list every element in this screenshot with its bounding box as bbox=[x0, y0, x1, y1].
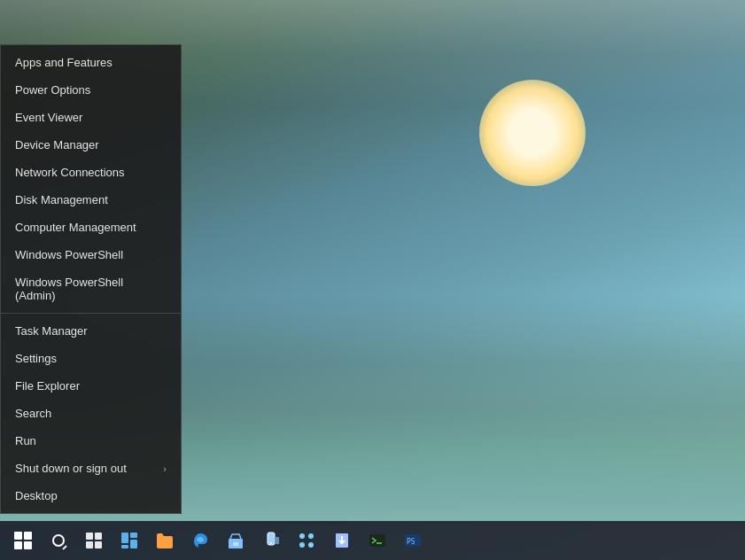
edge-icon bbox=[191, 532, 209, 549]
svg-rect-5 bbox=[130, 533, 137, 538]
menu-item-computer-management[interactable]: Computer Management bbox=[1, 214, 181, 241]
svg-rect-4 bbox=[121, 533, 128, 543]
taskbar-icon-powershell[interactable]: PS bbox=[397, 525, 429, 556]
svg-rect-0 bbox=[86, 533, 93, 540]
apps-icon bbox=[298, 532, 315, 549]
taskbar-icon-start[interactable] bbox=[7, 525, 39, 556]
taskbar-icon-search[interactable] bbox=[43, 525, 74, 556]
menu-item-label-file-explorer: File Explorer bbox=[15, 379, 80, 393]
menu-item-label-shut-down: Shut down or sign out bbox=[15, 462, 127, 475]
menu-item-label-computer-management: Computer Management bbox=[15, 221, 136, 234]
svg-point-14 bbox=[308, 533, 314, 539]
svg-rect-3 bbox=[95, 541, 102, 548]
terminal-icon bbox=[369, 532, 386, 549]
svg-rect-6 bbox=[130, 540, 137, 548]
menu-item-label-power-options: Power Options bbox=[15, 83, 90, 97]
taskbar-icon-widgets[interactable] bbox=[113, 525, 145, 556]
menu-item-label-settings: Settings bbox=[15, 352, 57, 365]
widgets-icon bbox=[120, 532, 138, 549]
windows-logo-icon bbox=[14, 532, 32, 549]
svg-rect-19 bbox=[369, 534, 385, 547]
menu-item-label-search: Search bbox=[15, 407, 51, 420]
svg-point-16 bbox=[308, 542, 314, 548]
context-menu: Apps and FeaturesPower OptionsEvent View… bbox=[0, 44, 182, 514]
menu-item-power-options[interactable]: Power Options bbox=[1, 76, 181, 104]
menu-item-windows-powershell[interactable]: Windows PowerShell bbox=[1, 241, 181, 268]
menu-item-label-task-manager: Task Manager bbox=[15, 324, 88, 338]
menu-item-label-run: Run bbox=[15, 434, 36, 447]
menu-item-label-desktop: Desktop bbox=[15, 489, 58, 502]
menu-item-windows-powershell-admin[interactable]: Windows PowerShell (Admin) bbox=[1, 268, 181, 309]
task-view-icon bbox=[85, 532, 103, 549]
menu-item-label-network-connections: Network Connections bbox=[15, 166, 125, 179]
svg-rect-9 bbox=[233, 542, 238, 546]
powershell-icon: PS bbox=[404, 532, 422, 549]
taskbar-icon-install[interactable] bbox=[326, 525, 358, 556]
menu-item-label-apps-and-features: Apps and Features bbox=[15, 56, 113, 69]
taskbar: PS bbox=[0, 521, 745, 560]
menu-item-label-disk-management: Disk Management bbox=[15, 193, 108, 206]
menu-item-search[interactable]: Search bbox=[1, 400, 181, 427]
taskbar-icon-terminal[interactable] bbox=[361, 525, 393, 556]
menu-item-task-manager[interactable]: Task Manager bbox=[1, 317, 181, 345]
taskbar-icon-phone-link[interactable] bbox=[255, 525, 287, 556]
svg-point-15 bbox=[299, 542, 305, 548]
menu-item-device-manager[interactable]: Device Manager bbox=[1, 131, 181, 159]
taskbar-icon-file-explorer[interactable] bbox=[149, 525, 181, 556]
menu-item-run[interactable]: Run bbox=[1, 427, 181, 455]
menu-item-label-windows-powershell-admin: Windows PowerShell (Admin) bbox=[15, 276, 167, 302]
menu-item-network-connections[interactable]: Network Connections bbox=[1, 159, 181, 186]
menu-item-file-explorer[interactable]: File Explorer bbox=[1, 372, 181, 400]
svg-point-11 bbox=[270, 542, 272, 544]
menu-separator bbox=[1, 313, 181, 314]
svg-rect-2 bbox=[86, 541, 93, 548]
search-icon bbox=[52, 534, 65, 547]
svg-point-13 bbox=[299, 533, 305, 539]
svg-rect-7 bbox=[121, 545, 128, 548]
taskbar-icon-task-view[interactable] bbox=[78, 525, 110, 556]
menu-item-settings[interactable]: Settings bbox=[1, 345, 181, 372]
svg-rect-1 bbox=[95, 533, 102, 540]
taskbar-icon-store[interactable] bbox=[220, 525, 252, 556]
menu-item-apps-and-features[interactable]: Apps and Features bbox=[1, 49, 181, 76]
menu-item-label-windows-powershell: Windows PowerShell bbox=[15, 248, 123, 261]
taskbar-icon-edge[interactable] bbox=[184, 525, 216, 556]
menu-arrow-icon: › bbox=[163, 463, 167, 474]
menu-item-desktop[interactable]: Desktop bbox=[1, 482, 181, 509]
menu-item-shut-down[interactable]: Shut down or sign out› bbox=[1, 455, 181, 482]
taskbar-icon-apps[interactable] bbox=[291, 525, 322, 556]
svg-rect-12 bbox=[275, 537, 279, 544]
menu-item-label-device-manager: Device Manager bbox=[15, 138, 99, 152]
menu-item-disk-management[interactable]: Disk Management bbox=[1, 186, 181, 214]
phone-link-icon bbox=[262, 532, 280, 549]
file-explorer-icon bbox=[155, 532, 175, 549]
menu-item-event-viewer[interactable]: Event Viewer bbox=[1, 104, 181, 131]
menu-item-label-event-viewer: Event Viewer bbox=[15, 111, 82, 124]
svg-text:PS: PS bbox=[407, 538, 415, 546]
store-icon bbox=[227, 532, 244, 549]
installer-icon bbox=[333, 532, 351, 549]
